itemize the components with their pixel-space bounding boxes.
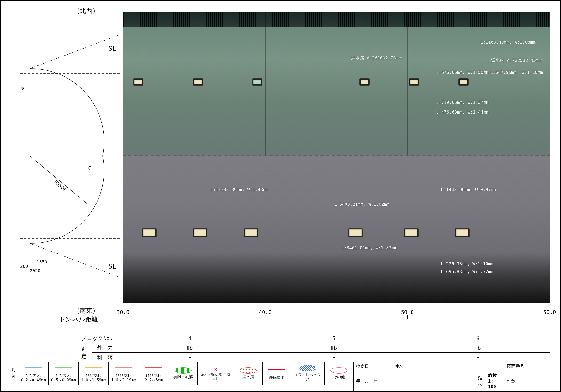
block-4: 4 [118, 334, 262, 343]
sl-line-upper [123, 61, 550, 61]
legend-crack-4: ひび割れ1.6～2.19mm [108, 362, 139, 385]
lamp-u3 [253, 79, 262, 85]
sl-vert: SL [20, 85, 25, 90]
lamp-u4 [360, 79, 369, 85]
sheets-label: 件数 [504, 371, 553, 391]
lamp-u1 [134, 79, 143, 85]
tick-50: 50.0 [401, 309, 414, 315]
legend-crack-1: ひび割れ0.2～0.49mm [18, 362, 48, 385]
scale-label: 縮尺 縦横1：100 [475, 371, 504, 391]
dim-1850: 1850 [37, 259, 47, 265]
svg-line-7 [30, 156, 88, 204]
floor-strip [123, 277, 550, 303]
seam-lower [123, 230, 550, 230]
tunnel-distance-label: トンネル距離 [59, 315, 98, 324]
tunnel-image-panel: L:1163.49mm, W:1.08mm 漏水痕 A:261602.76m㎡ … [123, 12, 550, 303]
anno-5: L:647.95mm, W:1.18mm [490, 70, 543, 75]
lamp-u6 [459, 79, 468, 85]
cross-section-diagram: R5594 SL [15, 35, 120, 277]
legend-other: その他 [324, 362, 353, 385]
anno-4: L:676.06mm, W:1.50mm [436, 70, 489, 75]
anno-2: 漏水痕 A:261602.76m㎡ [351, 55, 403, 61]
anno-10: L:1442.96mm, W:0.97mm [441, 187, 496, 192]
hakuraku-header: 剥 落 [92, 353, 118, 362]
tick-40: 40.0 [259, 309, 272, 315]
inspection-date-label: 検査日 [353, 362, 392, 371]
legend-spalling: 剥離・剥落 [169, 362, 197, 385]
gairyoku-6: Ⅱb [406, 343, 550, 353]
block-5: 5 [262, 334, 406, 343]
legend-rebar: 鉄筋露出 [262, 362, 291, 385]
gairyoku-5: Ⅱb [262, 343, 406, 353]
dim-2050: 2050 [30, 268, 40, 273]
legend-leak-active: ✕ 漏水（湧水,流下,噴出） [197, 362, 234, 385]
lamp-l3 [244, 229, 258, 237]
lamp-u2 [193, 79, 203, 85]
direction-se: （南東） [74, 306, 99, 315]
lamp-l6 [455, 229, 469, 237]
lamp-l2 [193, 229, 207, 237]
project-name-label: 件名 [392, 362, 475, 371]
legend-header: 凡例 [8, 362, 18, 385]
blockno-header: ブロックNo. [76, 334, 118, 343]
direction-nw: （北西） [74, 7, 99, 15]
lamp-l1 [142, 229, 156, 237]
anno-11: L:3461.01mm, W:1.87mm [341, 245, 397, 250]
hantei-header: 判定 [76, 343, 92, 362]
anno-3: 漏水痕 A:722532.45m㎡ [491, 57, 543, 63]
upper-wall: L:1163.49mm, W:1.08mm 漏水痕 A:261602.76m㎡ … [123, 27, 550, 156]
anno-6: L:719.06mm, W:1.37mm [436, 100, 489, 105]
lamp-l5 [404, 229, 418, 237]
anno-8: L:11383.89mm, W:1.43mm [210, 187, 268, 192]
lower-wall: L:11383.89mm, W:1.43mm L:5403.21mm, W:1.… [123, 156, 550, 277]
anno-9: L:5403.21mm, W:1.02mm [334, 201, 389, 207]
dim-200: 200 [20, 264, 28, 269]
svg-line-2 [30, 35, 120, 69]
legend-crack-5: ひび割れ2.2～5mm [139, 362, 169, 385]
block-6: 6 [406, 334, 550, 343]
cl-line [123, 156, 550, 156]
hakuraku-5: － [262, 353, 406, 362]
legend-crack-2: ひび割れ0.5～0.99mm [48, 362, 78, 385]
anno-12: L:226.93mm, W:1.10mm [441, 261, 494, 266]
tick-60: 60.0 [543, 309, 556, 315]
gairyoku-header: 外 力 [92, 343, 118, 353]
sl-line-lower [123, 257, 550, 257]
drawing-sheet: （北西） （南東） SL SL CL トンネル距離 [0, 0, 561, 392]
drawing-no-label: 図面番号 [504, 362, 553, 371]
anno-7: L:476.63mm, W:1.44mm [436, 109, 489, 115]
ymd-label: 年 月 日 [353, 371, 392, 391]
anno-13: L:695.83mm, W:1.72mm [441, 269, 494, 274]
lamp-u5 [409, 79, 419, 85]
legend-strip: 凡例 ひび割れ0.2～0.49mm ひび割れ0.5～0.99mm ひび割れ1.0… [8, 362, 553, 385]
legend-crack-3: ひび割れ1.0～1.59mm [78, 362, 108, 385]
lamp-l4 [349, 229, 362, 237]
title-block: 検査日 件名 図面番号 年 月 日 縮尺 縦横1：100 件数 [353, 362, 553, 385]
block-table: ブロックNo. 4 5 6 判定 外 力 Ⅱb Ⅱb Ⅱb 剥 落 － － － [76, 334, 550, 362]
legend-efflorescence: エフロレッセンス [291, 362, 324, 385]
hakuraku-4: － [118, 353, 262, 362]
anno-1: L:1163.49mm, W:1.08mm [480, 40, 536, 45]
cross-section-svg: R5594 SL [15, 35, 120, 277]
hakuraku-6: － [406, 353, 550, 362]
railing-strip [123, 12, 550, 27]
gairyoku-4: Ⅱb [118, 343, 262, 353]
distance-axis: 30.0 40.0 50.0 60.0 [123, 309, 550, 323]
seam-upper [123, 85, 550, 85]
tick-30: 30.0 [117, 309, 129, 315]
legend-leak-trace: 漏水痕 [234, 362, 262, 385]
